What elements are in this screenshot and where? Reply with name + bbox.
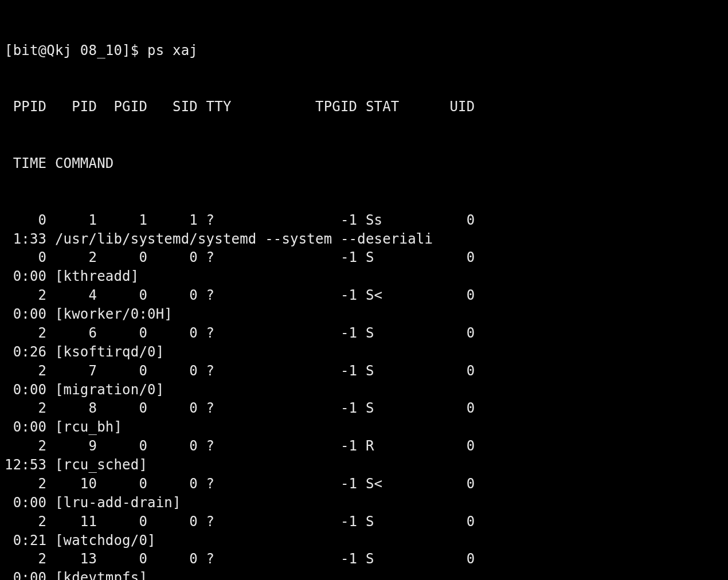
process-line-2: 0:00 [migration/0] bbox=[5, 381, 722, 399]
process-line-2: 12:53 [rcu_sched] bbox=[5, 456, 722, 475]
process-line-2: 0:00 [kworker/0:0H] bbox=[5, 305, 722, 324]
process-line-1: 0 2 0 0 ? -1 S 0 bbox=[5, 248, 722, 267]
process-line-1: 2 8 0 0 ? -1 S 0 bbox=[5, 399, 722, 418]
terminal-window[interactable]: [bit@Qkj 08_10]$ ps xaj PPID PID PGID SI… bbox=[0, 0, 728, 580]
process-line-2: 0:21 [watchdog/0] bbox=[5, 531, 722, 550]
process-rows: 0 1 1 1 ? -1 Ss 0 1:33 /usr/lib/systemd/… bbox=[5, 211, 722, 580]
process-line-1: 2 6 0 0 ? -1 S 0 bbox=[5, 324, 722, 343]
process-line-1: 2 11 0 0 ? -1 S 0 bbox=[5, 512, 722, 531]
header-line-2: TIME COMMAND bbox=[5, 154, 722, 173]
process-line-2: 0:26 [ksoftirqd/0] bbox=[5, 343, 722, 362]
process-line-1: 0 1 1 1 ? -1 Ss 0 bbox=[5, 211, 722, 230]
process-line-1: 2 13 0 0 ? -1 S 0 bbox=[5, 550, 722, 569]
process-line-2: 0:00 [rcu_bh] bbox=[5, 418, 722, 437]
process-line-2: 0:00 [kthreadd] bbox=[5, 267, 722, 286]
process-line-2: 0:00 [lru-add-drain] bbox=[5, 493, 722, 512]
header-line-1: PPID PID PGID SID TTY TPGID STAT UID bbox=[5, 97, 722, 116]
process-line-1: 2 9 0 0 ? -1 R 0 bbox=[5, 437, 722, 456]
process-line-2: 1:33 /usr/lib/systemd/systemd --system -… bbox=[5, 230, 722, 249]
process-line-1: 2 4 0 0 ? -1 S< 0 bbox=[5, 286, 722, 305]
process-line-1: 2 10 0 0 ? -1 S< 0 bbox=[5, 475, 722, 493]
prompt-line: [bit@Qkj 08_10]$ ps xaj bbox=[5, 41, 722, 60]
process-line-2: 0:00 [kdevtmpfs] bbox=[5, 569, 722, 580]
process-line-1: 2 7 0 0 ? -1 S 0 bbox=[5, 362, 722, 381]
